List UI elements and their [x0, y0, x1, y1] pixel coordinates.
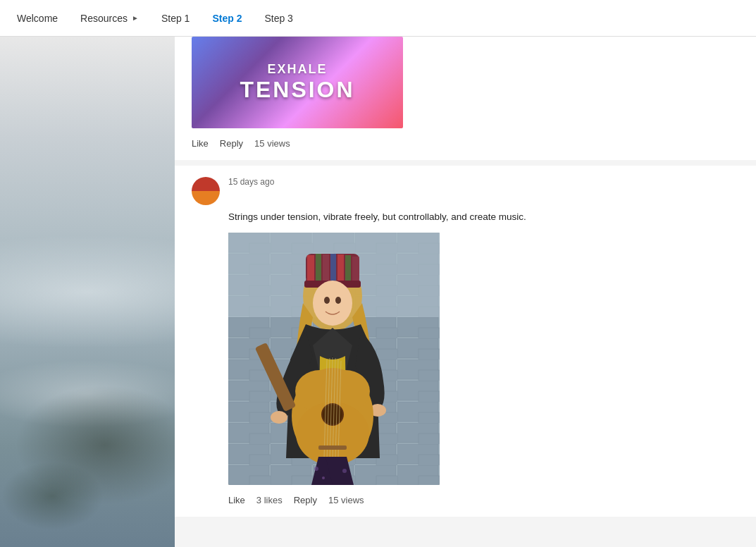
nav-resources[interactable]: Resources ► [80, 13, 139, 24]
post-2: 15 days ago Strings under tension, vibra… [175, 166, 756, 517]
post-1: EXHALE TENSION Like Reply 15 views [175, 37, 756, 160]
main-area: EXHALE TENSION Like Reply 15 views [0, 37, 756, 547]
post-2-image [228, 233, 440, 485]
post-2-likes-count: 3 likes [256, 495, 283, 505]
post-1-like-button[interactable]: Like [192, 138, 209, 149]
exhale-tension-image: EXHALE TENSION [192, 37, 403, 128]
svg-rect-12 [330, 254, 336, 282]
svg-rect-13 [337, 254, 344, 283]
svg-rect-9 [307, 255, 314, 282]
post-2-text: Strings under tension, vibrate freely, b… [192, 211, 739, 224]
svg-point-19 [335, 297, 341, 304]
post-1-image: EXHALE TENSION [192, 37, 403, 128]
chevron-right-icon: ► [132, 14, 139, 22]
svg-point-38 [322, 477, 325, 479]
top-navigation: Welcome Resources ► Step 1 Step 2 Step 3 [0, 0, 756, 37]
resources-label: Resources [80, 13, 128, 24]
svg-point-39 [342, 469, 347, 473]
svg-rect-15 [352, 257, 359, 281]
svg-point-17 [313, 281, 352, 326]
tension-text: TENSION [240, 77, 354, 103]
post-2-timestamp: 15 days ago [228, 177, 274, 187]
svg-rect-36 [318, 445, 347, 450]
avatar-image [192, 177, 220, 205]
svg-point-18 [324, 297, 330, 304]
post-1-views: 15 views [254, 138, 290, 149]
avatar [192, 177, 220, 205]
post-2-meta: 15 days ago [228, 177, 274, 187]
nav-step3[interactable]: Step 3 [264, 13, 292, 24]
svg-rect-11 [323, 254, 329, 283]
post-1-actions: Like Reply 15 views [192, 135, 739, 152]
post-1-reply-button[interactable]: Reply [220, 138, 243, 149]
svg-point-20 [271, 411, 287, 424]
content-area: EXHALE TENSION Like Reply 15 views [175, 37, 756, 547]
post-2-header: 15 days ago [192, 177, 739, 205]
nav-step2[interactable]: Step 2 [212, 13, 242, 24]
post-2-actions: Like 3 likes Reply 15 views [228, 492, 739, 508]
svg-rect-14 [345, 255, 351, 282]
nav-welcome[interactable]: Welcome [17, 13, 58, 24]
post-2-views: 15 views [328, 495, 364, 505]
post-2-reply-button[interactable]: Reply [294, 495, 317, 505]
exhale-text: EXHALE [267, 62, 327, 77]
svg-rect-10 [316, 254, 321, 282]
sidebar [0, 37, 175, 547]
post-2-like-button[interactable]: Like [228, 495, 245, 505]
nav-step1[interactable]: Step 1 [161, 13, 190, 24]
svg-point-37 [314, 467, 318, 471]
feed: EXHALE TENSION Like Reply 15 views [175, 37, 756, 517]
